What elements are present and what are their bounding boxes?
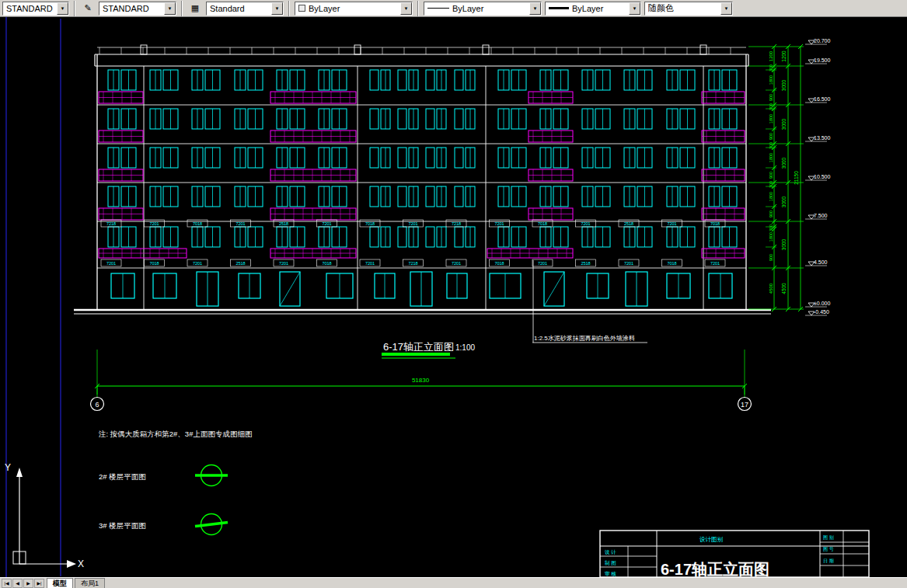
toolbar-separator <box>74 1 75 16</box>
toolbar-separator <box>181 1 183 16</box>
pencil-icon: ✎ <box>84 3 91 13</box>
table-style-combo[interactable]: Standard ▼ <box>206 2 284 16</box>
chevron-down-icon[interactable]: ▼ <box>57 2 68 15</box>
layout-tab-bar: |◀ ◀ ▶ ▶| 模型 布局1 <box>0 577 907 588</box>
tab-model[interactable]: 模型 <box>47 578 73 588</box>
sheet-border <box>6 17 61 587</box>
window-tags: 7218720170187201251872017018720172187201… <box>101 220 725 266</box>
svg-text:7.500: 7.500 <box>814 213 828 218</box>
svg-text:900: 900 <box>769 94 773 101</box>
svg-text:7201: 7201 <box>667 221 676 226</box>
svg-text:900: 900 <box>769 254 773 261</box>
ground-floor <box>111 272 732 306</box>
svg-text:注: 按偶大质箱方和第2#、3#上面图专成图细图: 注: 按偶大质箱方和第2#、3#上面图专成图细图 <box>98 430 252 438</box>
title-block: 设计图别设 计制 图审 核图 别图 号日 期6-17轴正立面图 <box>600 531 869 578</box>
linetype-combo[interactable]: ByLayer ▼ <box>424 2 542 16</box>
svg-text:设 计: 设 计 <box>605 549 616 555</box>
svg-text:7201: 7201 <box>365 261 375 266</box>
svg-text:设计图别: 设计图别 <box>699 536 724 543</box>
svg-text:7201: 7201 <box>149 221 159 226</box>
svg-text:21150: 21150 <box>794 171 799 185</box>
color-combo[interactable]: ByLayer ▼ <box>295 2 413 16</box>
svg-text:300: 300 <box>769 103 773 110</box>
svg-text:7201: 7201 <box>581 221 590 226</box>
svg-text:7018: 7018 <box>322 261 331 266</box>
chevron-down-icon[interactable]: ▼ <box>629 2 640 15</box>
svg-text:900: 900 <box>769 172 773 179</box>
svg-text:4500: 4500 <box>769 283 773 294</box>
svg-text:7201: 7201 <box>193 261 202 266</box>
chevron-down-icon[interactable]: ▼ <box>164 2 176 15</box>
legend: 2# 楼层平面图3# 楼层平面图 <box>99 465 228 535</box>
svg-text:Y: Y <box>5 462 11 473</box>
dim-style-value: STANDARD <box>6 4 54 13</box>
color-value: ByLayer <box>309 4 397 13</box>
svg-text:4500: 4500 <box>781 283 787 294</box>
tab-nav-last-icon[interactable]: ▶| <box>34 579 44 588</box>
color-swatch-icon <box>298 5 305 12</box>
svg-text:7201: 7201 <box>322 221 331 226</box>
plot-style-combo[interactable]: 随颜色 ▼ <box>644 2 733 16</box>
svg-text:1200: 1200 <box>781 50 787 62</box>
svg-text:6-17轴正立面图: 6-17轴正立面图 <box>661 561 769 578</box>
svg-text:300: 300 <box>769 64 773 71</box>
svg-text:3# 楼层平面图: 3# 楼层平面图 <box>99 521 146 530</box>
svg-text:10.500: 10.500 <box>814 174 831 179</box>
svg-text:7201: 7201 <box>279 261 288 266</box>
svg-text:4.500: 4.500 <box>814 259 828 265</box>
ucs-icon: YX <box>5 462 84 569</box>
svg-text:7201: 7201 <box>408 221 417 226</box>
general-note: 注: 按偶大质箱方和第2#、3#上面图专成图细图 <box>98 430 252 438</box>
chevron-down-icon[interactable]: ▼ <box>720 2 732 15</box>
svg-text:7201: 7201 <box>710 261 720 266</box>
svg-text:3000: 3000 <box>781 79 787 91</box>
table-style-value: Standard <box>210 4 268 13</box>
linetype-sample-icon <box>427 8 449 9</box>
drawing-title: 6-17轴正立面图1:100 <box>382 341 475 358</box>
windows <box>108 70 737 247</box>
svg-text:3000: 3000 <box>781 196 787 207</box>
svg-text:13.500: 13.500 <box>814 135 831 141</box>
plot-style-value: 随颜色 <box>648 2 717 14</box>
svg-text:51830: 51830 <box>412 377 430 384</box>
material-note: 1:2.5水泥砂浆抹面再刷白色外墙涂料 <box>532 260 647 343</box>
svg-text:3000: 3000 <box>781 118 787 130</box>
tab-nav-prev-icon[interactable]: ◀ <box>12 579 23 588</box>
lineweight-combo[interactable]: ByLayer ▼ <box>545 2 641 16</box>
tab-nav-first-icon[interactable]: |◀ <box>2 579 12 588</box>
svg-text:图 别: 图 别 <box>823 535 834 541</box>
svg-text:16.500: 16.500 <box>814 96 831 102</box>
svg-text:17: 17 <box>741 401 748 409</box>
chevron-down-icon[interactable]: ▼ <box>271 2 283 15</box>
svg-text:7201: 7201 <box>624 261 633 266</box>
building-elevation: 7218720170187201251872017018720172187201… <box>74 45 771 314</box>
svg-text:300: 300 <box>769 181 773 188</box>
toolbar-separator <box>417 1 419 16</box>
table-style-icon-button[interactable]: ▦ <box>187 1 203 16</box>
svg-text:7201: 7201 <box>452 261 461 266</box>
toolbar-separator <box>288 1 290 16</box>
svg-text:7018: 7018 <box>710 221 720 226</box>
lineweight-value: ByLayer <box>572 4 626 13</box>
bottom-dimension: 51830 <box>95 350 747 395</box>
chevron-down-icon[interactable]: ▼ <box>529 2 541 15</box>
svg-text:7018: 7018 <box>667 261 676 266</box>
svg-text:6-17轴正立面图: 6-17轴正立面图 <box>383 341 454 353</box>
right-dimensions: 1200300180090030018009003001800900300180… <box>748 38 831 315</box>
chevron-down-icon[interactable]: ▼ <box>400 2 412 15</box>
dim-style-combo[interactable]: STANDARD ▼ <box>2 2 69 16</box>
drawing-canvas[interactable]: 7218720170187201251872017018720172187201… <box>0 0 907 588</box>
text-style-icon-button[interactable]: ✎ <box>80 1 96 16</box>
svg-text:日 期: 日 期 <box>823 558 834 564</box>
text-style-combo[interactable]: STANDARD ▼ <box>99 2 176 16</box>
svg-text:制 图: 制 图 <box>605 560 616 565</box>
svg-text:300: 300 <box>769 142 773 149</box>
svg-text:1800: 1800 <box>769 153 773 162</box>
table-icon: ▦ <box>191 3 199 13</box>
svg-text:7018: 7018 <box>365 221 375 226</box>
svg-text:3000: 3000 <box>781 157 787 169</box>
tab-nav-next-icon[interactable]: ▶ <box>23 579 33 588</box>
text-style-value: STANDARD <box>103 4 161 13</box>
svg-text:7201: 7201 <box>494 221 504 226</box>
tab-layout1[interactable]: 布局1 <box>75 578 105 588</box>
